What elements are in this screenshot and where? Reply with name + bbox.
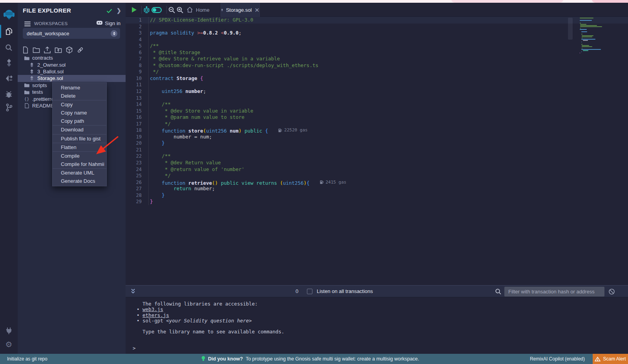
code-line-18: 18 function store(uint256 num) public {2… [126, 127, 628, 134]
home-icon [186, 7, 193, 13]
line-content [148, 95, 150, 102]
zoom-in-icon[interactable] [176, 3, 184, 17]
git-icon[interactable] [0, 103, 18, 112]
file-icon [24, 103, 29, 108]
line-number: 16 [126, 114, 148, 121]
scam-alert-label: Scam Alert [603, 356, 626, 362]
search-icon[interactable] [0, 43, 18, 52]
zoom-out-icon[interactable] [168, 3, 175, 17]
status-bar: Initialize as git repo Did you know? To … [0, 354, 628, 364]
remix-app: ⚙ FILE EXPLORER ❯ WORKSPACES Sign in d [0, 3, 628, 364]
menu-item-copy-name[interactable]: Copy name [53, 109, 106, 117]
workspaces-menu-icon[interactable] [24, 22, 31, 26]
tree-item-3-ballot-sol[interactable]: 3_Ballot.sol [18, 68, 126, 75]
copilot-toggle[interactable] [152, 3, 162, 17]
tip-bold: Did you know? [208, 356, 243, 362]
terminal-prompt[interactable]: > [133, 345, 136, 351]
line-content: * @dev Return value [148, 160, 221, 166]
panel-collapse-icon[interactable]: ❯ [117, 7, 121, 14]
line-number: 11 [126, 82, 148, 88]
minimap[interactable] [580, 18, 606, 54]
plugin-manager-icon[interactable] [0, 326, 18, 335]
code-editor[interactable]: 1// SPDX-License-Identifier: GPL-3.023pr… [126, 17, 628, 285]
workspace-select[interactable]: default_workspace [23, 28, 120, 39]
menu-item-rename[interactable]: Rename [53, 84, 106, 92]
init-git-repo-link[interactable]: Initialize as git repo [7, 356, 47, 362]
tree-item-contracts[interactable]: contracts [18, 55, 126, 61]
workspace-stepper-icon[interactable] [111, 30, 117, 37]
transaction-filter-input[interactable] [504, 287, 604, 297]
tab-storage-sol[interactable]: Storage.sol ✕ [221, 3, 260, 17]
expand-terminal-icon[interactable] [130, 288, 136, 296]
browser-pill-decoration-2 [592, 0, 628, 3]
menu-item-generate-docs[interactable]: Generate Docs [53, 177, 106, 185]
run-script-button[interactable] [131, 3, 137, 17]
line-content: // SPDX-License-Identifier: GPL-3.0 [148, 17, 253, 24]
tree-item-2-owner-sol[interactable]: 2_Owner.sol [18, 61, 126, 68]
editor-scrollbar[interactable] [568, 18, 573, 40]
line-content: /** [148, 101, 171, 108]
clear-console-icon[interactable] [608, 288, 615, 297]
sol-icon [29, 62, 35, 67]
file-explorer-icon[interactable] [0, 27, 18, 36]
line-content [148, 147, 150, 153]
line-number: 24 [126, 166, 148, 173]
listen-transactions-checkbox[interactable] [307, 289, 312, 294]
remix-logo[interactable] [0, 8, 18, 22]
ipfs-box-icon[interactable] [66, 46, 73, 54]
line-content: * @return value of 'number' [148, 166, 245, 173]
github-icon [96, 20, 103, 27]
new-folder-icon[interactable] [33, 46, 40, 54]
line-number: 13 [126, 95, 148, 102]
upload-file-icon[interactable] [44, 46, 51, 54]
menu-item-compile-for-nahmii[interactable]: Compile for Nahmii [53, 160, 106, 168]
line-number: 26 [126, 179, 148, 186]
library-link[interactable]: ethers.js [142, 312, 169, 318]
terminal-search-icon[interactable] [495, 288, 502, 297]
upload-folder-icon[interactable] [55, 46, 62, 54]
deploy-run-icon[interactable] [0, 74, 18, 83]
menu-item-download[interactable]: Download [53, 126, 106, 134]
terminal-output[interactable]: The following libraries are accessible:•… [126, 297, 628, 354]
line-content: pragma solidity >=0.8.2 <0.9.0; [148, 30, 241, 36]
line-number: 9 [126, 69, 148, 75]
line-content: number = num; [148, 134, 212, 140]
menu-item-copy[interactable]: Copy [53, 100, 106, 109]
ai-assistant-robot-icon[interactable] [143, 3, 150, 17]
tab-home[interactable]: Home [186, 3, 210, 17]
code-line-7: 7 * @dev Store & retrieve value in a var… [126, 56, 628, 62]
code-line-9: 9 */ [126, 69, 628, 75]
menu-item-generate-uml[interactable]: Generate UML [53, 169, 106, 177]
did-you-know-tip: Did you know? To prototype using the Gno… [201, 356, 419, 362]
line-content: */ [148, 173, 171, 179]
status-check-icon [106, 8, 112, 15]
debugger-icon[interactable] [0, 90, 18, 98]
line-content: * @title Storage [148, 49, 200, 56]
tree-item-label: 2_Owner.sol [37, 62, 66, 68]
solidity-compiler-icon[interactable] [0, 58, 18, 67]
code-line-26: 26 function retrieve() public view retur… [126, 179, 628, 186]
line-number: 14 [126, 101, 148, 108]
line-content: contract Storage { [148, 75, 203, 82]
menu-item-delete[interactable]: Delete [53, 92, 106, 100]
line-number: 28 [126, 192, 148, 199]
import-url-link-icon[interactable] [77, 46, 84, 54]
editor-tabbar: Home Storage.sol ✕ [126, 3, 628, 17]
new-file-icon[interactable] [22, 46, 29, 54]
line-content: function store(uint256 num) public {2252… [148, 127, 308, 134]
menu-item-copy-path[interactable]: Copy path [53, 117, 106, 125]
line-content: /** [148, 43, 159, 49]
line-content: uint256 number; [148, 88, 206, 95]
scam-alert-button[interactable]: Scam Alert [593, 354, 628, 364]
sign-in-button[interactable]: Sign in [96, 20, 120, 27]
line-number: 2 [126, 24, 148, 30]
tree-item-label: Storage.sol [37, 75, 63, 81]
file-actions-toolbar [22, 46, 84, 54]
library-link[interactable]: web3.js [142, 306, 163, 312]
close-tab-icon[interactable]: ✕ [254, 7, 259, 13]
settings-gear-icon[interactable]: ⚙ [0, 340, 18, 349]
line-number: 29 [126, 198, 148, 205]
tree-item-storage-sol[interactable]: Storage.sol [18, 75, 126, 82]
line-content [148, 82, 150, 88]
line-number: 17 [126, 121, 148, 127]
